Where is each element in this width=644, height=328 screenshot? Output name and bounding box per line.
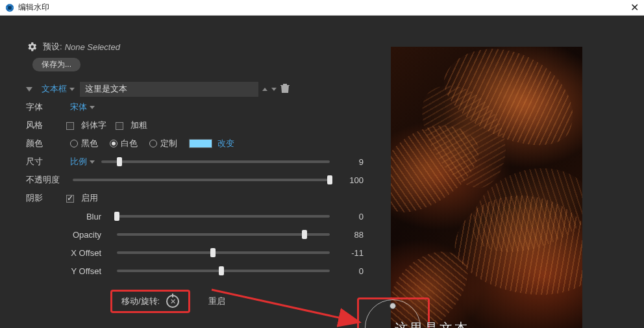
italic-checkbox[interactable]: 斜体字 xyxy=(66,120,116,131)
window-title: 编辑水印 xyxy=(18,2,49,13)
size-value: 9 xyxy=(336,157,364,167)
opacity-label: 不透明度 xyxy=(26,174,66,186)
restart-button[interactable]: 重启 xyxy=(208,296,225,307)
color-label: 颜色 xyxy=(26,138,66,149)
move-up-icon[interactable] xyxy=(262,88,267,91)
save-as-button[interactable]: 保存为... xyxy=(32,58,80,71)
collapse-icon[interactable] xyxy=(26,87,32,92)
watermark-rotate-handle[interactable] xyxy=(390,303,396,309)
opacity-value: 100 xyxy=(336,175,364,185)
yoffset-slider[interactable] xyxy=(117,270,330,272)
svg-point-1 xyxy=(8,6,12,10)
style-label: 风格 xyxy=(26,120,66,131)
app-icon xyxy=(5,3,14,12)
shadow-opacity-value: 88 xyxy=(336,230,364,240)
preset-label: 预设: xyxy=(43,41,62,53)
gear-icon[interactable] xyxy=(26,41,38,53)
xoffset-label: X Offset xyxy=(26,248,110,258)
color-custom-radio[interactable]: 定制 xyxy=(149,138,177,149)
font-label: 字体 xyxy=(26,101,66,113)
shadow-opacity-label: Opacity xyxy=(26,230,110,240)
shadow-label: 阴影 xyxy=(26,192,66,204)
shadow-opacity-slider[interactable] xyxy=(117,233,330,236)
preview-image[interactable] xyxy=(391,47,582,328)
blur-slider[interactable] xyxy=(117,215,330,218)
titlebar: 编辑水印 ✕ xyxy=(0,0,644,16)
preset-value: None Selected xyxy=(65,42,120,52)
move-rotate-label: 移动/旋转: xyxy=(121,296,160,307)
textbox-dropdown[interactable]: 文本框 xyxy=(42,83,75,95)
shadow-enable-checkbox[interactable]: 启用 xyxy=(66,192,107,204)
color-white-radio[interactable]: 白色 xyxy=(110,138,138,149)
font-dropdown[interactable]: 宋体 xyxy=(70,101,95,113)
annotation-move-box: 移动/旋转: ✕ xyxy=(110,290,190,313)
bold-checkbox[interactable]: 加粗 xyxy=(116,120,156,131)
size-slider[interactable] xyxy=(101,160,330,163)
opacity-slider[interactable] xyxy=(73,179,330,181)
move-down-icon[interactable] xyxy=(271,88,277,91)
color-black-radio[interactable]: 黑色 xyxy=(70,138,98,149)
blur-label: Blur xyxy=(26,212,110,221)
yoffset-value: 0 xyxy=(336,266,364,276)
size-label: 尺寸 xyxy=(26,156,66,168)
blur-value: 0 xyxy=(336,212,364,221)
watermark-text-input[interactable] xyxy=(80,82,258,97)
watermark-preview-text[interactable]: 这里是文本 xyxy=(395,320,469,328)
trash-icon[interactable] xyxy=(280,83,290,95)
color-change-link[interactable]: 改变 xyxy=(217,138,234,149)
xoffset-slider[interactable] xyxy=(117,251,330,254)
close-icon[interactable]: ✕ xyxy=(630,3,639,12)
size-mode-dropdown[interactable]: 比例 xyxy=(70,156,95,168)
xoffset-value: -11 xyxy=(336,248,364,258)
yoffset-label: Y Offset xyxy=(26,266,110,276)
color-swatch[interactable] xyxy=(189,139,212,148)
move-target-icon[interactable]: ✕ xyxy=(166,295,179,308)
